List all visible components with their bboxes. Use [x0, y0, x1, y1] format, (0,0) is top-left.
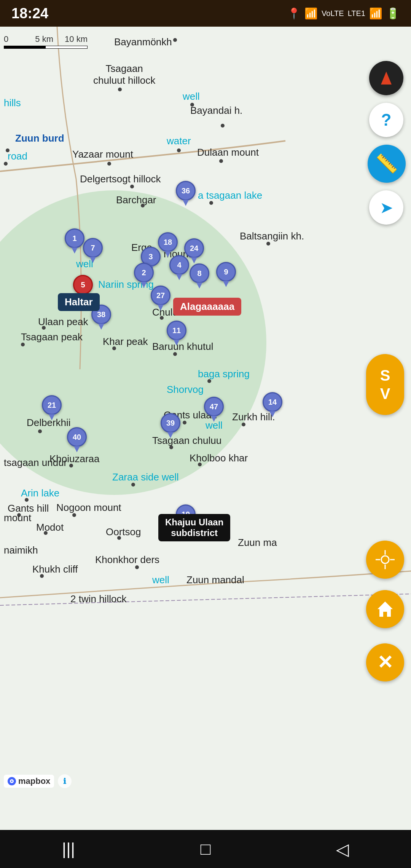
pin-27[interactable]: 27 — [151, 286, 170, 311]
pin-7-body[interactable]: 7 — [83, 238, 103, 258]
label-zuun-ma: Zuun ma — [238, 537, 277, 549]
compass-button[interactable] — [369, 61, 403, 95]
pin-9-tail — [223, 281, 229, 287]
nav-home-icon: □ — [201, 839, 211, 858]
pin-4-body[interactable]: 4 — [169, 255, 189, 275]
pin-21-body[interactable]: 21 — [42, 395, 62, 415]
nav-recent-button[interactable]: ||| — [53, 838, 84, 860]
pin-47[interactable]: 47 — [204, 397, 224, 422]
sv-s-label: S — [380, 366, 390, 385]
label-bayandai: Bayandai h. — [190, 105, 242, 116]
back-icon: ◁ — [336, 839, 349, 859]
locate-icon — [376, 550, 395, 569]
label-dulaan-mount: Dulaan mount — [197, 147, 259, 158]
mapbox-info-button[interactable]: ℹ — [58, 774, 72, 788]
compass-arrow-icon — [381, 72, 392, 85]
label-kholboo-khar: Kholboo khar — [190, 452, 248, 464]
label-baltsangiin: Baltsangiin kh. — [240, 230, 304, 242]
scale-bar: 0 5 km 10 km — [4, 34, 88, 49]
pin-36[interactable]: 36 — [176, 181, 196, 206]
pin-4-tail — [176, 274, 182, 280]
dot-water — [177, 148, 181, 152]
label-shorvog: Shorvog — [167, 384, 204, 396]
pin-7[interactable]: 7 — [83, 238, 103, 263]
mapbox-logo[interactable]: mapbox — [4, 775, 54, 788]
pin-14[interactable]: 14 — [263, 392, 282, 417]
pin-47-tail — [211, 416, 217, 422]
pin-1-body[interactable]: 1 — [65, 228, 84, 248]
pin-39-body[interactable]: 39 — [161, 413, 180, 433]
pin-27-body[interactable]: 27 — [151, 286, 170, 305]
help-button[interactable]: ? — [369, 103, 403, 137]
dot-road — [4, 162, 8, 166]
pin-2-body[interactable]: 2 — [134, 263, 154, 282]
dot-delgertsogt — [130, 185, 134, 188]
dot-khonkhor-ders — [135, 565, 139, 569]
pin-18-body[interactable]: 18 — [158, 232, 178, 252]
dot-khoiuzaraa — [69, 464, 73, 468]
nav-home-button[interactable]: □ — [190, 838, 221, 860]
pin-4[interactable]: 4 — [169, 255, 189, 280]
location-icon: 📍 — [287, 7, 301, 20]
sv-button[interactable]: S V — [366, 354, 404, 415]
nav-back-button[interactable]: ◁ — [327, 838, 358, 860]
pin-8-body[interactable]: 8 — [190, 263, 209, 283]
pin-21[interactable]: 21 — [42, 395, 62, 420]
label-delgertsogt: Delgertsogt hillock — [80, 173, 161, 185]
dot-bayandai — [221, 124, 225, 128]
home-button[interactable] — [366, 590, 404, 628]
tooltip-alagaaaaaa[interactable]: Alagaaaaaa — [173, 298, 241, 316]
mapbox-attribution: mapbox ℹ — [4, 774, 72, 788]
volte-icon: VoLTE — [322, 9, 344, 18]
pin-36-body[interactable]: 36 — [176, 181, 196, 201]
dot-tsagaan-chuluu — [169, 445, 173, 449]
dot-barchgar — [141, 204, 145, 207]
pin-11-body[interactable]: 11 — [167, 321, 186, 340]
pin-24-tail — [191, 257, 197, 263]
svg-point-9 — [11, 780, 13, 782]
pin-2[interactable]: 2 — [134, 263, 154, 288]
dot-oortsog — [117, 536, 121, 540]
pin-21-tail — [49, 414, 55, 420]
pin-38-tail — [98, 324, 104, 330]
status-bar: 18:24 📍 📶 VoLTE LTE1 📶 🔋 — [0, 0, 411, 27]
dot-yazaar — [107, 162, 111, 166]
battery-icon: 🔋 — [386, 7, 400, 20]
label-khar-peak: Khar peak — [103, 336, 148, 348]
location-arrow-button[interactable]: ➤ — [369, 190, 403, 225]
pin-14-body[interactable]: 14 — [263, 392, 282, 412]
pin-18[interactable]: 18 — [158, 232, 178, 257]
pin-11[interactable]: 11 — [167, 321, 186, 346]
status-icons: 📍 📶 VoLTE LTE1 📶 🔋 — [287, 7, 400, 20]
label-2twin-hillock: 2 twin hillock — [70, 593, 126, 605]
pin-1[interactable]: 1 — [65, 228, 84, 254]
pin-39[interactable]: 39 — [161, 413, 180, 438]
tooltip-haltar[interactable]: Haltar — [58, 293, 100, 311]
signal-icon: 📶 — [369, 7, 382, 20]
label-tsagaan-chuluut: Tsagaanchuluut hillock — [93, 63, 155, 86]
dot-zurkh — [242, 423, 245, 426]
label-yazaar-mount: Yazaar mount — [72, 148, 133, 160]
pin-40-body[interactable]: 40 — [67, 427, 87, 447]
pin-40[interactable]: 40 — [67, 427, 87, 452]
label-well-bottom: well — [152, 574, 169, 586]
close-icon: ✕ — [377, 651, 393, 673]
close-button[interactable]: ✕ — [366, 643, 404, 681]
locate-button[interactable] — [366, 541, 404, 579]
label-khonkhor-ders: Khonkhor ders — [95, 554, 159, 566]
pin-9[interactable]: 9 — [216, 262, 236, 287]
tooltip-khajuu[interactable]: Khajuu Ulaansubdistrict — [158, 514, 230, 541]
pin-8[interactable]: 8 — [190, 263, 209, 289]
dot-khar-peak — [112, 346, 116, 350]
lte-icon: LTE1 — [348, 9, 365, 18]
label-zuun-mandal: Zuun mandal — [186, 574, 244, 586]
pin-5-body[interactable]: 5 — [73, 275, 93, 295]
scale-ruler — [4, 46, 88, 49]
map-container[interactable]: 0 5 km 10 km Bayanmönkh Tsagaanchuluut h… — [0, 27, 411, 830]
ruler-button[interactable]: 📏 — [368, 145, 406, 183]
dot-gants-ulaan — [183, 421, 186, 424]
pin-47-body[interactable]: 47 — [204, 397, 224, 416]
pin-9-body[interactable]: 9 — [216, 262, 236, 282]
pin-2-tail — [141, 282, 147, 288]
label-barchgar: Barchgar — [116, 194, 156, 206]
